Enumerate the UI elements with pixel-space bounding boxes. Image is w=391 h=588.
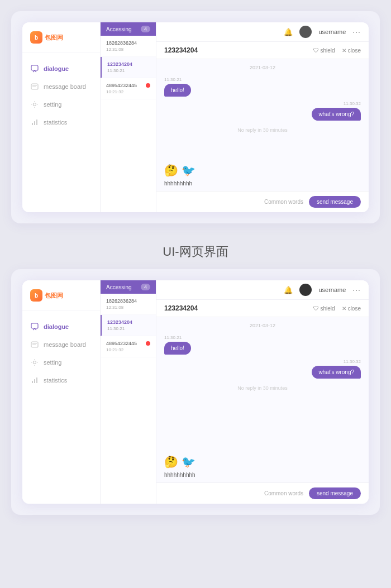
sidebar-item-dialogue-2[interactable]: dialogue bbox=[22, 318, 100, 336]
sidebar-setting-label: setting bbox=[44, 101, 61, 108]
close-icon: ✕ bbox=[342, 47, 346, 54]
shield-label-2: shield bbox=[321, 305, 335, 312]
contact-time-2-1: 12:31:08 bbox=[106, 305, 150, 310]
bell-icon: 🔔 bbox=[284, 28, 293, 36]
send-message-button-2[interactable]: send message bbox=[309, 487, 361, 499]
contact-phone-2-1: 18262836284 bbox=[106, 298, 150, 304]
contact-row-3: 48954232445 bbox=[106, 83, 150, 88]
sidebar-item-message-board[interactable]: message board bbox=[22, 78, 100, 95]
msg-bubble-1: hello! bbox=[164, 84, 191, 97]
contact-item-2-3[interactable]: 48954232445 10:21:32 bbox=[101, 336, 156, 357]
close-label: close bbox=[348, 47, 361, 54]
ui-panel-one: b 包图网 dialogue bbox=[22, 22, 369, 212]
svg-rect-14 bbox=[34, 379, 35, 383]
chat-date: 2021-03-12 bbox=[156, 59, 369, 74]
chat-actions-2: 🛡 shield ✕ close bbox=[313, 305, 361, 312]
image-text-2: hhhhhhhhhh bbox=[164, 472, 361, 478]
logo-text: 包图网 bbox=[45, 34, 63, 42]
svg-rect-7 bbox=[36, 119, 37, 125]
logo-icon-2: b bbox=[30, 289, 42, 302]
accessing-header: Accessing 4 bbox=[101, 22, 156, 36]
shield-btn[interactable]: 🛡 shield bbox=[313, 47, 335, 54]
statistics-icon bbox=[30, 118, 39, 127]
emoji-bird: 🐦 bbox=[182, 164, 196, 177]
chat-date-2: 2021-03-12 bbox=[156, 317, 369, 332]
msg-time-2: 11:30:32 bbox=[344, 101, 361, 106]
common-words-link-2[interactable]: Common words bbox=[264, 490, 303, 496]
chat-header: 123234204 🛡 shield ✕ close bbox=[156, 42, 369, 59]
sidebar-item-dialogue[interactable]: dialogue bbox=[22, 60, 100, 78]
contact-time-2: 11:30:21 bbox=[107, 68, 150, 73]
emoji-thinking: 🤔 bbox=[164, 164, 178, 177]
no-reply: No reply in 30 minutes bbox=[164, 125, 361, 135]
message-sent-2: 11:30:32 what's wrong? bbox=[164, 359, 361, 379]
contact-phone-1: 18262836284 bbox=[106, 40, 150, 46]
svg-rect-0 bbox=[31, 65, 38, 70]
sidebar-item-setting[interactable]: setting bbox=[22, 95, 100, 113]
chat-area: 🔔 username ··· 123234204 🛡 shield ✕ clos… bbox=[156, 22, 369, 212]
contact-item-2-1[interactable]: 18262836284 12:31:08 bbox=[101, 294, 156, 315]
shield-icon-2: 🛡 bbox=[313, 305, 319, 312]
avatar-2 bbox=[299, 284, 312, 296]
sidebar-message-label-2: message board bbox=[44, 341, 86, 348]
emoji-thinking-2: 🤔 bbox=[164, 455, 178, 469]
message-board-icon bbox=[30, 82, 39, 91]
chat-title-2: 123234204 bbox=[164, 304, 198, 312]
sidebar-item-statistics-2[interactable]: statistics bbox=[22, 371, 100, 389]
more-dots[interactable]: ··· bbox=[352, 27, 361, 36]
msg-bubble-2-1: hello! bbox=[164, 342, 191, 355]
contact-item-3[interactable]: 48954232445 10:21:32 bbox=[101, 78, 156, 99]
chat-messages: 11:30:21 hello! 11:30:32 what's wrong? N… bbox=[156, 74, 369, 159]
no-reply-2: No reply in 30 minutes bbox=[164, 383, 361, 393]
close-btn[interactable]: ✕ close bbox=[342, 47, 361, 54]
accessing-badge-2: 4 bbox=[141, 284, 150, 290]
sidebar-item-setting-2[interactable]: setting bbox=[22, 353, 100, 371]
contact-item-2-2[interactable]: 123234204 11:30:21 bbox=[101, 315, 156, 336]
accessing-badge: 4 bbox=[141, 26, 150, 32]
close-label-2: close bbox=[348, 305, 361, 312]
close-icon-2: ✕ bbox=[342, 305, 346, 312]
setting-icon-2 bbox=[30, 358, 39, 367]
msg-time-2-1: 11:30:21 bbox=[164, 335, 182, 340]
ui-panel-two: b 包图网 dialogue bbox=[22, 280, 369, 504]
chat-area-2: 🔔 username ··· 123234204 🛡 shield ✕ clos… bbox=[156, 280, 369, 504]
chat-footer-2: Common words send message bbox=[156, 482, 369, 504]
shield-btn-2[interactable]: 🛡 shield bbox=[313, 305, 335, 312]
svg-rect-6 bbox=[34, 121, 35, 125]
accessing-label-2: Accessing bbox=[106, 284, 132, 290]
svg-rect-13 bbox=[32, 381, 33, 383]
sidebar-item-message-board-2[interactable]: message board bbox=[22, 336, 100, 353]
dialogue-icon-2 bbox=[30, 322, 39, 331]
sidebar-2: b 包图网 dialogue bbox=[22, 280, 101, 504]
contact-time-2-2: 11:30:21 bbox=[107, 326, 150, 331]
sidebar-item-statistics[interactable]: statistics bbox=[22, 113, 100, 131]
svg-point-12 bbox=[34, 361, 36, 364]
emoji-bird-2: 🐦 bbox=[182, 455, 196, 469]
sidebar-statistics-label: statistics bbox=[44, 119, 67, 126]
contact-item-2[interactable]: 123234204 11:30:21 bbox=[101, 57, 156, 78]
more-dots-2[interactable]: ··· bbox=[352, 285, 361, 294]
logo-icon: b bbox=[30, 31, 42, 44]
sidebar: b 包图网 dialogue bbox=[22, 22, 101, 212]
statistics-icon-2 bbox=[30, 376, 39, 385]
avatar bbox=[299, 26, 312, 38]
contact-phone-3: 48954232445 bbox=[106, 83, 137, 88]
contact-list-2: Accessing 4 18262836284 12:31:08 1232342… bbox=[101, 280, 156, 504]
image-text: hhhhhhhhh bbox=[164, 180, 361, 187]
chat-image-area-2: 🤔 🐦 hhhhhhhhhh bbox=[156, 451, 369, 482]
dialogue-icon bbox=[30, 64, 39, 73]
send-message-button[interactable]: send message bbox=[309, 196, 361, 208]
message-sent-1: 11:30:32 what's wrong? bbox=[164, 101, 361, 121]
accessing-label: Accessing bbox=[106, 26, 132, 32]
contact-item-1[interactable]: 18262836284 12:31:08 bbox=[101, 36, 156, 57]
contact-time-1: 12:31:08 bbox=[106, 47, 150, 52]
message-board-icon-2 bbox=[30, 340, 39, 349]
username-label: username bbox=[318, 28, 346, 35]
common-words-link[interactable]: Common words bbox=[264, 199, 303, 205]
message-received-1: 11:30:21 hello! bbox=[164, 77, 361, 97]
logo-2: b 包图网 bbox=[22, 289, 100, 311]
chat-messages-2: 11:30:21 hello! 11:30:32 what's wrong? N… bbox=[156, 332, 369, 451]
shield-label: shield bbox=[321, 47, 335, 54]
close-btn-2[interactable]: ✕ close bbox=[342, 305, 361, 312]
msg-bubble-2-2: what's wrong? bbox=[312, 366, 361, 379]
